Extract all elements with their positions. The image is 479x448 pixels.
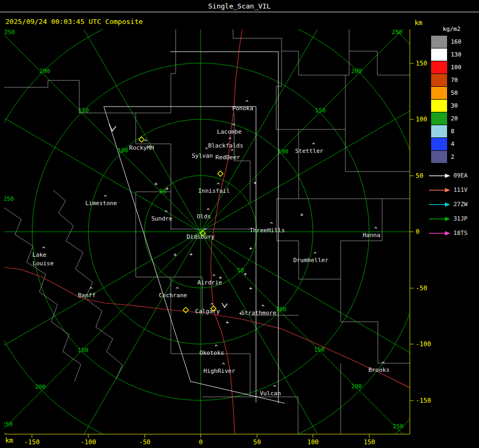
city-label: Brooks — [368, 366, 390, 373]
town-marker: ^ — [232, 123, 235, 129]
colorbar-entry: 50 — [431, 86, 478, 99]
bottom-axis-unit-label: km — [5, 437, 13, 444]
town-marker: ^ — [207, 208, 210, 214]
colorbar-value: 50 — [451, 89, 458, 96]
city-label: Sundre — [151, 215, 172, 222]
town-star-marker: * — [253, 181, 257, 187]
town-marker: ^ — [217, 182, 220, 188]
district-boundary — [202, 397, 298, 434]
colorbar-unit-label: kg/m2 — [443, 26, 478, 32]
velocity-arrow — [109, 124, 116, 131]
window-title: Single_Scan_VIL — [208, 2, 270, 10]
radial-line — [0, 72, 201, 232]
colorbar-swatch — [431, 61, 447, 74]
right-axis-tick-label: -150 — [416, 397, 431, 404]
timestamp-label: 2025/09/24 00:03:45 UTC Composite — [5, 18, 143, 26]
city-label: Stettler — [295, 148, 324, 154]
city-label: HighRiver — [203, 368, 235, 374]
city-label: Drumheller — [293, 257, 329, 264]
city-label: Blackfalds — [208, 142, 243, 149]
colorbar-swatch — [431, 48, 447, 61]
right-axis-tick-label: -50 — [416, 284, 427, 292]
town-plus-marker: + — [166, 186, 169, 192]
radar-arrow-icon — [429, 202, 450, 207]
city-label: Calgary — [195, 308, 220, 315]
radar-id-label: 09EA — [453, 172, 468, 179]
radial-line — [41, 0, 201, 232]
town-marker: ^ — [89, 287, 93, 292]
ring-distance-label: 150 — [314, 346, 325, 353]
radar-legend-item[interactable]: 09EA — [429, 168, 468, 183]
city-label: Strathmore — [241, 309, 276, 316]
city-label: ThreeHills — [250, 227, 285, 234]
ring-distance-label: 150 — [315, 107, 326, 114]
radar-legend-item[interactable]: 18TS — [429, 226, 468, 240]
bottom-axis-tick-label: 150 — [364, 438, 375, 446]
town-marker: ^ — [205, 147, 208, 153]
ring-distance-label: 200 — [351, 68, 362, 75]
colorbar-value: 2 — [451, 153, 455, 160]
city-label: Vulcan — [260, 390, 281, 397]
radial-line — [0, 6, 201, 232]
town-plus-marker: + — [226, 320, 229, 325]
radar-map-display[interactable]: 2502001501002502001501005050100150200250… — [0, 0, 479, 448]
town-marker: ^ — [212, 274, 216, 280]
city-label: Hanna — [362, 232, 380, 239]
city-label: Lake — [32, 251, 47, 258]
colorbar-swatch — [431, 151, 447, 163]
radial-line — [0, 232, 201, 392]
ring-distance-label: 150 — [78, 107, 89, 114]
ring-distance-label: 100 — [276, 306, 286, 313]
ring-distance-label: 250 — [3, 196, 14, 202]
town-marker: ^ — [230, 149, 234, 154]
range-ring — [0, 0, 479, 448]
radar-legend-item[interactable]: 111V — [429, 183, 468, 197]
town-marker: ^ — [228, 137, 232, 143]
district-boundary — [136, 29, 176, 144]
ring-distance-label: 200 — [39, 68, 50, 75]
radar-id-label: 27ZW — [453, 201, 468, 208]
radar-arrow-icon — [429, 216, 450, 222]
colorbar-entry: 20 — [431, 112, 478, 125]
radar-legend-item[interactable]: 31JP — [429, 211, 468, 226]
town-marker: ^ — [164, 210, 168, 216]
colorbar-swatch — [431, 112, 447, 125]
town-marker: ^ — [313, 251, 317, 257]
city-label: RockyMH — [129, 144, 154, 151]
town-plus-marker: + — [249, 286, 252, 291]
town-marker: ^ — [374, 226, 377, 232]
colorbar-value: 8 — [451, 128, 455, 135]
colorbar-entry: 70 — [431, 74, 478, 86]
town-marker: ^ — [104, 194, 107, 200]
city-label: Innisfail — [198, 188, 230, 194]
radar-legend-item[interactable]: 27ZW — [429, 197, 468, 211]
bottom-axis-tick-label: 50 — [253, 438, 261, 446]
colorbar-entry: 8 — [431, 125, 478, 137]
radar-id-label: 31JP — [453, 215, 468, 222]
bottom-axis-tick-label: -50 — [139, 438, 151, 446]
district-boundary — [341, 199, 382, 279]
ring-distance-label: 250 — [393, 423, 403, 430]
town-marker: ^ — [176, 287, 179, 292]
town-marker: ^ — [245, 100, 249, 105]
colorbar-entry: 100 — [431, 61, 478, 74]
city-label: Limestone — [85, 200, 117, 207]
ring-distance-label: 150 — [78, 347, 88, 354]
ring-distance-label: 200 — [351, 383, 362, 390]
ring-distance-label: 50 — [237, 267, 244, 274]
radial-line — [201, 6, 426, 232]
city-label: Olds — [197, 213, 211, 220]
town-plus-marker: + — [219, 275, 222, 281]
ring-distance-label: 100 — [118, 147, 128, 154]
radar-arrow-icon — [429, 173, 450, 178]
town-marker: ^ — [214, 344, 218, 350]
colorbar-entry: 130 — [431, 48, 478, 61]
right-axis-unit-label: km — [415, 19, 422, 27]
radar-site-legend: 09EA111V27ZW31JP18TS — [429, 168, 468, 240]
ring-distance-label: 200 — [35, 384, 46, 390]
town-star-marker: * — [244, 272, 247, 278]
radar-arrow-icon — [429, 188, 450, 193]
right-axis-tick-label: 100 — [416, 116, 427, 123]
right-axis-tick-label: 50 — [416, 172, 423, 180]
bottom-axis-tick-label: -100 — [81, 438, 96, 446]
